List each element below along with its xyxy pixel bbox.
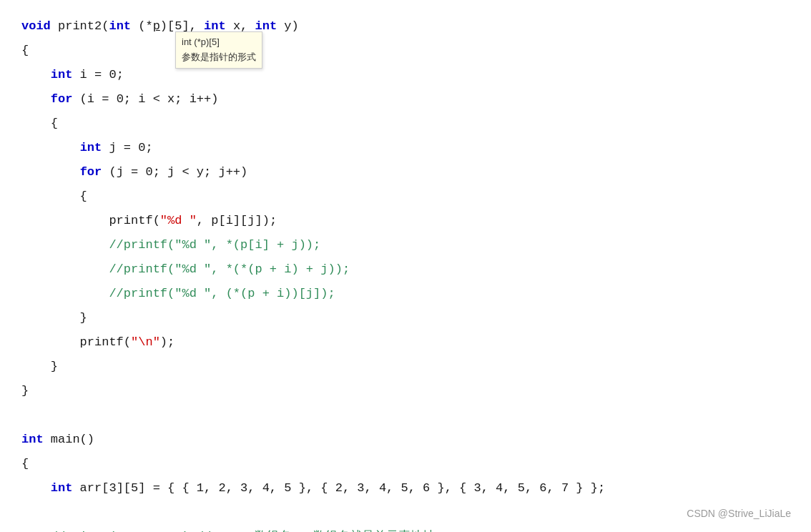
tooltip-line2: 参数是指针的形式 [182, 50, 256, 65]
tooltip-popup: int (*p)[5] 参数是指针的形式 [175, 31, 262, 69]
code-line-10: //printf("%d ", *(p[i] + j)); [21, 233, 790, 257]
code-line-13: } [21, 306, 790, 330]
code-container: int (*p)[5] 参数是指针的形式 void print2(int (*p… [0, 0, 811, 532]
code-line-12: //printf("%d ", (*(p + i))[j]); [21, 282, 790, 306]
code-line-1: void print2(int (*p)[5], int x, int y) [21, 14, 790, 39]
code-line-19: int arr[3][5] = { { 1, 2, 3, 4, 5 }, { 2… [21, 476, 790, 501]
watermark: CSDN @Strive_LiJiaLe [687, 508, 791, 519]
code-line-20: //print1(arr, 3, 5);//arr - 数组名 - 数组名就是首… [21, 525, 790, 532]
code-line-9: printf("%d ", p[i][j]); [21, 209, 790, 233]
code-line-6: int j = 0; [21, 136, 790, 160]
code-line-14: printf("\n"); [21, 330, 790, 355]
code-line-4: for (i = 0; i < x; i++) [21, 87, 790, 112]
code-line-15: } [21, 355, 790, 379]
code-line-11: //printf("%d ", *(*(p + i) + j)); [21, 257, 790, 282]
code-line-7: for (j = 0; j < y; j++) [21, 160, 790, 184]
empty-line-1 [21, 403, 790, 428]
code-line-16: } [21, 379, 790, 403]
code-line-17: int main() [21, 428, 790, 452]
code-line-5: { [21, 112, 790, 136]
empty-line-2 [21, 501, 790, 525]
code-line-18: { [21, 452, 790, 476]
code-line-3: int i = 0; [21, 63, 790, 87]
tooltip-line1: int (*p)[5] [182, 35, 256, 50]
code-line-8: { [21, 184, 790, 209]
code-line-2: { [21, 39, 790, 63]
